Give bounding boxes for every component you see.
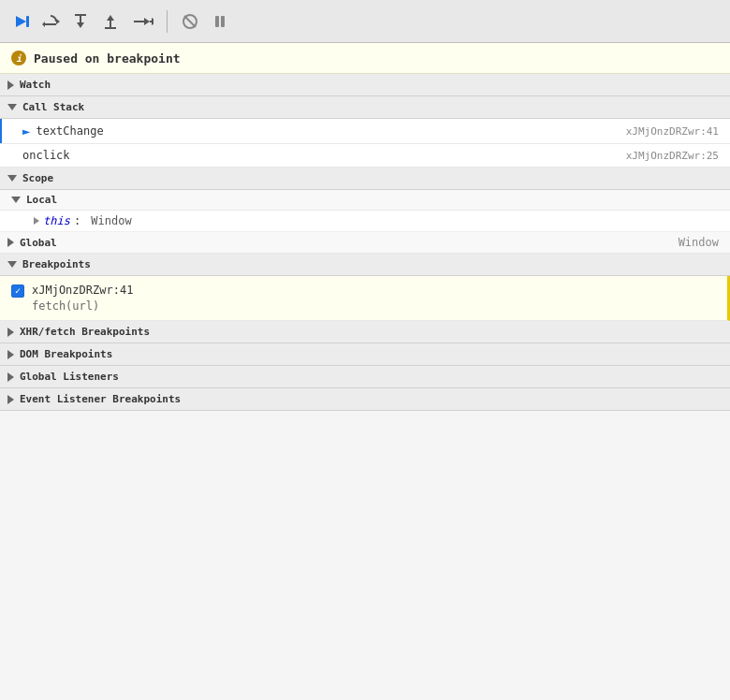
global-scope-row[interactable]: Global Window	[0, 232, 730, 254]
fn-name: onclick	[22, 149, 70, 162]
svg-marker-6	[77, 22, 84, 28]
global-listeners-expand-icon	[7, 372, 14, 382]
global-value: Window	[679, 236, 719, 249]
local-collapse-icon	[11, 197, 21, 203]
this-expand-icon	[34, 217, 39, 225]
event-breakpoints-header[interactable]: Event Listener Breakpoints	[0, 388, 730, 411]
svg-marker-4	[42, 22, 45, 27]
scope-label: Scope	[22, 172, 53, 184]
separator	[167, 10, 168, 33]
svg-marker-12	[144, 18, 150, 25]
svg-marker-2	[56, 19, 60, 24]
xhr-expand-icon	[7, 328, 14, 337]
breakpoint-location: xJMjOnzDRZwr:41	[32, 284, 133, 297]
breakpoints-collapse-icon	[7, 261, 17, 268]
local-scope-header[interactable]: Local	[0, 190, 730, 211]
step-button[interactable]	[129, 10, 155, 33]
call-stack-item[interactable]: onclick xJMjOnzDRZwr:25	[0, 144, 730, 168]
step-out-button[interactable]	[99, 10, 122, 33]
watch-label: Watch	[20, 79, 51, 91]
watch-section-header[interactable]: Watch	[0, 74, 730, 96]
pause-exceptions-button[interactable]	[209, 10, 231, 33]
global-expand-icon	[7, 238, 14, 247]
step-over-button[interactable]	[39, 10, 62, 33]
xhr-label: XHR/fetch Breakpoints	[20, 326, 150, 338]
scope-item-this[interactable]: this : Window	[0, 211, 730, 232]
fn-text: onclick	[22, 149, 70, 162]
scope-content: Local this : Window Global Window	[0, 190, 730, 254]
scope-collapse-icon	[7, 175, 17, 182]
toolbar	[0, 0, 730, 43]
call-stack-collapse-icon	[7, 104, 17, 110]
call-stack-section-header[interactable]: Call Stack	[0, 96, 730, 119]
svg-rect-18	[221, 16, 225, 27]
scope-section-header[interactable]: Scope	[0, 168, 730, 190]
dom-breakpoints-header[interactable]: DOM Breakpoints	[0, 343, 730, 366]
this-value: Window	[91, 214, 131, 227]
breakpoints-section-header[interactable]: Breakpoints	[0, 254, 730, 276]
fn-name: ► textChange	[22, 124, 104, 139]
breakpoint-item[interactable]: xJMjOnzDRZwr:41 fetch(url)	[0, 276, 730, 321]
debugger-panel: i Paused on breakpoint Watch Call Stack …	[0, 0, 730, 411]
local-label: Local	[26, 194, 57, 206]
frame-location: xJMjOnzDRZwr:25	[626, 150, 719, 162]
breakpoint-info: xJMjOnzDRZwr:41 fetch(url)	[32, 284, 133, 313]
active-frame-icon: ►	[22, 124, 30, 139]
svg-marker-14	[152, 18, 153, 25]
dom-label: DOM Breakpoints	[20, 348, 112, 360]
fn-text: textChange	[36, 124, 103, 138]
event-label: Event Listener Breakpoints	[20, 393, 181, 405]
breakpoint-code: fetch(url)	[32, 299, 133, 313]
svg-line-16	[184, 16, 196, 27]
svg-marker-9	[107, 15, 114, 21]
step-into-button[interactable]	[69, 10, 92, 33]
breakpoints-label: Breakpoints	[22, 258, 91, 270]
svg-marker-0	[16, 16, 26, 27]
call-stack-label: Call Stack	[22, 101, 84, 113]
watch-collapse-icon	[7, 80, 14, 90]
paused-banner: i Paused on breakpoint	[0, 43, 730, 74]
paused-text: Paused on breakpoint	[34, 51, 181, 66]
deactivate-button[interactable]	[179, 10, 201, 33]
info-icon: i	[11, 51, 26, 66]
global-listeners-label: Global Listeners	[20, 371, 119, 383]
breakpoint-checkbox[interactable]	[11, 284, 24, 298]
svg-rect-17	[215, 16, 219, 27]
call-stack-items: ► textChange xJMjOnzDRZwr:41 onclick xJM…	[0, 119, 730, 168]
event-expand-icon	[7, 395, 14, 404]
this-keyword: this	[43, 214, 70, 227]
dom-expand-icon	[7, 350, 14, 359]
breakpoints-content: xJMjOnzDRZwr:41 fetch(url)	[0, 276, 730, 321]
svg-rect-1	[26, 16, 29, 27]
global-label: Global	[20, 237, 57, 249]
global-listeners-header[interactable]: Global Listeners	[0, 366, 730, 388]
resume-button[interactable]	[9, 10, 32, 33]
this-separator: :	[74, 214, 87, 227]
call-stack-item[interactable]: ► textChange xJMjOnzDRZwr:41	[0, 119, 730, 144]
xhr-breakpoints-header[interactable]: XHR/fetch Breakpoints	[0, 321, 730, 343]
frame-location: xJMjOnzDRZwr:41	[626, 125, 719, 138]
